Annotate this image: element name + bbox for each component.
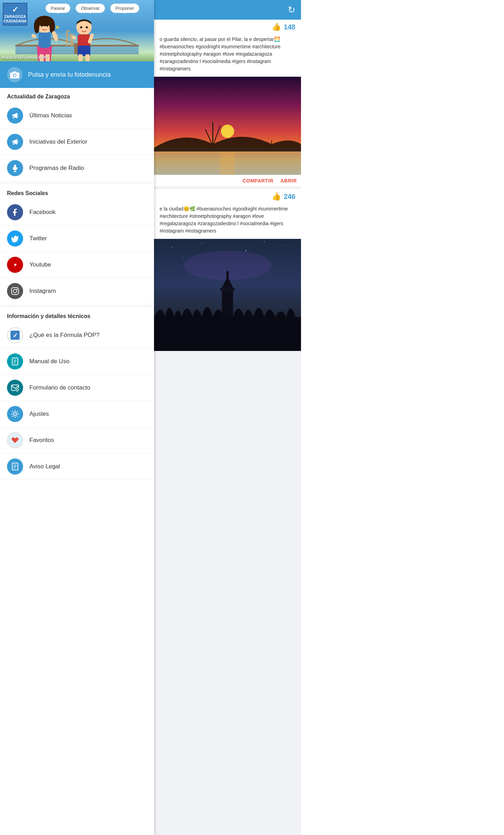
svg-rect-30 <box>78 54 83 61</box>
logo-pop-icon: ✓ <box>7 327 23 343</box>
envelope-icon <box>7 380 23 396</box>
logo-text-line1: ZARAGOZA <box>4 14 26 19</box>
favoritos-label: Favoritos <box>29 437 54 444</box>
svg-point-15 <box>47 27 50 29</box>
gear-icon <box>7 406 23 422</box>
share-button-1[interactable]: COMPARTIR <box>243 178 273 184</box>
card-actions-1: COMPARTIR ABRIR <box>154 175 301 186</box>
noticias-label: Últimas Noticias <box>29 112 72 119</box>
document2-icon <box>7 458 23 475</box>
character-girl: ★ <box>30 16 59 61</box>
svg-point-79 <box>264 241 265 242</box>
feed-image-sunset <box>154 77 301 175</box>
menu-item-aviso-legal[interactable]: Aviso Legal <box>0 454 154 480</box>
document-icon <box>7 353 23 370</box>
divider-1 <box>0 183 154 183</box>
feed-card-1: 👍 148 o guarda silencio, al pasar por el… <box>154 20 301 186</box>
youtube-label: Youtube <box>29 261 51 268</box>
megaphone-icon-noticias <box>7 108 23 124</box>
refresh-icon[interactable]: ↻ <box>288 5 295 15</box>
logo-text-line2: CIUDADANA <box>4 19 27 23</box>
contacto-label: Formulario de contacto <box>29 384 90 391</box>
megaphone-icon-iniciativas <box>7 134 23 150</box>
svg-rect-40 <box>12 288 19 295</box>
menu-item-radio[interactable]: Programas de Radio <box>0 155 154 181</box>
top-bar: ↻ <box>154 0 301 20</box>
divider-2 <box>0 306 154 306</box>
heart-icon <box>7 432 23 448</box>
svg-point-35 <box>14 74 16 77</box>
section-actualidad-title: Actualidad de Zaragoza <box>0 88 154 103</box>
menu-item-manual[interactable]: Manual de Uso <box>0 349 154 375</box>
svg-point-42 <box>16 289 18 290</box>
svg-rect-83 <box>226 271 229 278</box>
bubble-proponer: Proponer <box>110 4 139 13</box>
like-icon-1: 👍 <box>272 22 281 32</box>
feed-text-2: e la ciudad😊🌿 #buenasnoches #goodnight #… <box>154 204 301 239</box>
section-info-title: Información y detalles técnicos <box>0 308 154 322</box>
formula-pop-label: ¿Qué es la Fórmula POP? <box>29 332 99 339</box>
feed-stats-1: 👍 148 <box>154 20 301 34</box>
svg-point-12 <box>41 25 43 27</box>
photo-button[interactable]: Pulsa y envía tu fotodenuncia <box>0 61 154 88</box>
svg-point-13 <box>46 25 48 27</box>
like-count-2: 246 <box>284 193 295 201</box>
logo-area: ✓ ZARAGOZA CIUDADANA <box>3 3 27 26</box>
camera-icon <box>7 67 22 82</box>
svg-point-56 <box>14 413 16 415</box>
svg-point-74 <box>172 247 173 247</box>
like-icon-2: 👍 <box>272 192 281 201</box>
radio-label: Programas de Radio <box>29 165 84 172</box>
aviso-legal-label: Aviso Legal <box>29 463 60 470</box>
sidebar-header: ✓ ZARAGOZA CIUDADANA Pasear Observar Pro… <box>0 0 154 61</box>
twitter-label: Twitter <box>29 235 47 242</box>
iniciativas-label: Iniciativas del Exterior <box>29 138 87 145</box>
feed-image-night <box>154 239 301 351</box>
menu-item-formula-pop[interactable]: ✓ ¿Qué es la Fórmula POP? <box>0 322 154 349</box>
content-panel: ↻ 👍 148 o guarda silencio, al pasar por … <box>154 0 301 835</box>
menu-item-iniciativas[interactable]: Iniciativas del Exterior <box>0 129 154 155</box>
menu-item-instagram[interactable]: Instagram <box>0 278 154 304</box>
formula-pop-text: Practica la Fórmula POP! <box>2 55 48 60</box>
facebook-label: Facebook <box>29 209 56 216</box>
speech-bubbles: Pasear Observar Proponer <box>46 4 139 13</box>
menu-item-contacto[interactable]: Formulario de contacto <box>0 375 154 401</box>
menu-item-youtube[interactable]: Youtube <box>0 252 154 278</box>
sidebar: ✓ ZARAGOZA CIUDADANA Pasear Observar Pro… <box>0 0 154 835</box>
svg-point-24 <box>80 26 82 28</box>
feed-card-2: 👍 246 e la ciudad😊🌿 #buenasnoches #goodn… <box>154 189 301 351</box>
svg-point-10 <box>34 19 40 33</box>
menu-item-favoritos[interactable]: Favoritos <box>0 427 154 454</box>
menu-item-noticias[interactable]: Últimas Noticias <box>0 103 154 129</box>
svg-point-77 <box>282 245 283 246</box>
svg-point-62 <box>221 125 234 138</box>
bubble-pasear: Pasear <box>46 4 70 13</box>
svg-point-84 <box>220 287 235 292</box>
menu-item-twitter[interactable]: Twitter <box>0 226 154 252</box>
svg-point-75 <box>201 243 202 244</box>
menu-item-ajustes[interactable]: Ajustes <box>0 401 154 427</box>
twitter-icon <box>7 230 23 247</box>
instagram-icon <box>7 283 23 299</box>
photo-button-label: Pulsa y envía tu fotodenuncia <box>28 71 111 78</box>
app-container: ✓ ZARAGOZA CIUDADANA Pasear Observar Pro… <box>0 0 301 835</box>
microphone-icon <box>7 160 23 176</box>
menu-item-facebook[interactable]: Facebook <box>0 199 154 226</box>
bubble-observar: Observar <box>76 4 105 13</box>
facebook-icon <box>7 204 23 220</box>
logo-box: ✓ ZARAGOZA CIUDADANA <box>3 3 27 26</box>
svg-point-76 <box>245 250 246 251</box>
open-button-1[interactable]: ABRIR <box>280 178 297 184</box>
svg-point-27 <box>86 29 90 31</box>
feed-text-1: o guarda silencio, al pasar por el Pilar… <box>154 34 301 77</box>
logo-checkmark: ✓ <box>12 5 18 14</box>
svg-rect-16 <box>38 33 51 48</box>
like-count-1: 148 <box>284 23 295 31</box>
section-redes-title: Redes Sociales <box>0 185 154 199</box>
character-boy <box>70 18 98 61</box>
ajustes-label: Ajustes <box>29 410 49 418</box>
svg-point-14 <box>38 27 42 29</box>
svg-point-41 <box>13 289 17 293</box>
svg-rect-32 <box>71 35 77 40</box>
svg-rect-19 <box>31 33 37 39</box>
